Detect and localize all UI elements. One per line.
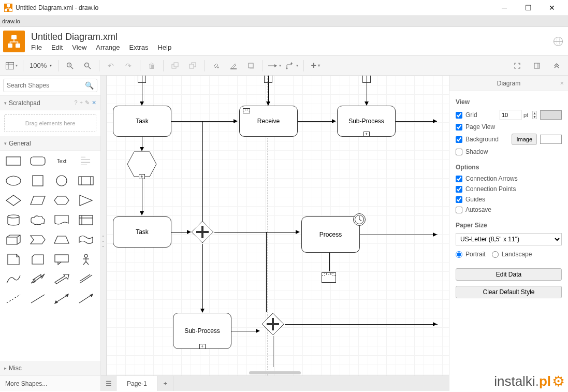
- shape-cylinder[interactable]: [4, 213, 23, 227]
- collapse-button[interactable]: [548, 59, 565, 73]
- view-dropdown[interactable]: [3, 59, 20, 73]
- shape-bidirectional-arrow[interactable]: [28, 272, 47, 286]
- shape-cube[interactable]: [4, 233, 23, 247]
- portrait-radio[interactable]: Portrait: [456, 251, 486, 258]
- edit-data-button[interactable]: Edit Data: [456, 268, 562, 281]
- pageview-checkbox[interactable]: [456, 124, 462, 130]
- scratchpad-close-icon[interactable]: ✕: [92, 99, 96, 106]
- menu-view[interactable]: View: [72, 43, 86, 51]
- delete-button[interactable]: 🗑: [143, 59, 160, 73]
- add-page-button[interactable]: +: [158, 376, 173, 391]
- shape-parallelogram[interactable]: [28, 193, 47, 208]
- shape-dashed-edge[interactable]: [4, 292, 23, 306]
- clear-style-button[interactable]: Clear Default Style: [456, 286, 562, 298]
- message-icon[interactable]: [322, 272, 336, 283]
- parallel-gateway-node[interactable]: [191, 220, 214, 246]
- subprocess-node[interactable]: Sub-Process +: [173, 313, 231, 349]
- shape-document[interactable]: [52, 213, 71, 227]
- menu-arrange[interactable]: Arrange: [96, 43, 120, 51]
- search-shapes-input[interactable]: 🔍: [3, 79, 97, 92]
- subprocess-node[interactable]: Sub-Process +: [337, 106, 396, 137]
- shape-textbox[interactable]: ━━━━━━━━━━━━━━━━━━━: [77, 154, 94, 168]
- shape-square[interactable]: [28, 173, 47, 188]
- autosave-checkbox[interactable]: [456, 207, 462, 213]
- landscape-radio[interactable]: Landscape: [492, 251, 532, 258]
- shape-text[interactable]: Text: [52, 154, 71, 168]
- process-node[interactable]: Process: [301, 216, 360, 253]
- horizontal-scrollbar[interactable]: [249, 371, 301, 374]
- undo-button[interactable]: ↶: [103, 59, 119, 73]
- document-title[interactable]: Untitled Diagram.xml: [31, 32, 171, 42]
- to-back-button[interactable]: [184, 59, 201, 73]
- close-panel-icon[interactable]: ×: [560, 79, 564, 87]
- scratchpad-add-icon[interactable]: +: [80, 99, 83, 106]
- format-panel-button[interactable]: [529, 59, 545, 73]
- grid-checkbox[interactable]: [456, 112, 462, 119]
- language-icon[interactable]: [554, 37, 563, 46]
- scratchpad-help-icon[interactable]: ?: [74, 99, 77, 106]
- guides-checkbox[interactable]: [456, 196, 462, 203]
- splitter-handle[interactable]: [101, 234, 105, 249]
- parallel-gateway-node[interactable]: [261, 312, 285, 336]
- more-shapes-button[interactable]: More Shapes...: [0, 375, 100, 391]
- shape-trapezoid[interactable]: [52, 233, 71, 247]
- shape-diamond[interactable]: [4, 193, 23, 208]
- shape-rectangle[interactable]: [4, 154, 23, 168]
- shape-hexagon[interactable]: [52, 193, 71, 208]
- shape-note[interactable]: [4, 252, 23, 267]
- fullscreen-button[interactable]: [509, 59, 526, 73]
- shape-triangle[interactable]: [77, 193, 95, 208]
- connection-style-button[interactable]: [266, 59, 283, 73]
- insert-button[interactable]: +: [307, 59, 324, 73]
- page-tab[interactable]: Page-1: [116, 376, 158, 391]
- grid-size-input[interactable]: [500, 110, 521, 120]
- shape-arrow[interactable]: [52, 272, 71, 286]
- redo-button[interactable]: ↷: [120, 59, 137, 73]
- receive-node[interactable]: Receive: [239, 106, 298, 137]
- shape-directional-edge[interactable]: [77, 292, 95, 306]
- menu-help[interactable]: Help: [157, 43, 171, 51]
- shape-circle[interactable]: [52, 173, 71, 188]
- grid-color-swatch[interactable]: [540, 110, 562, 120]
- background-color-swatch[interactable]: [540, 135, 562, 144]
- general-header[interactable]: ▾ General: [0, 136, 100, 151]
- canvas[interactable]: Task Receive Sub-Process +: [106, 76, 449, 375]
- zoom-out-button[interactable]: [79, 59, 96, 73]
- scratchpad-dropzone[interactable]: Drag elements here: [4, 114, 96, 132]
- minimize-button[interactable]: ─: [492, 0, 516, 16]
- scratchpad-header[interactable]: ▾ Scratchpad ? + ✎ ✕: [0, 96, 100, 110]
- shape-actor[interactable]: [77, 252, 95, 267]
- menu-edit[interactable]: Edit: [51, 43, 63, 51]
- shape-rounded-rect[interactable]: [28, 154, 47, 168]
- background-image-button[interactable]: Image: [512, 134, 537, 145]
- task-node[interactable]: Task: [113, 216, 171, 248]
- shape-process[interactable]: [77, 173, 95, 188]
- background-checkbox[interactable]: [456, 136, 462, 143]
- close-button[interactable]: ✕: [540, 0, 564, 16]
- shape-step[interactable]: [28, 233, 47, 247]
- pages-menu-button[interactable]: ☰: [101, 376, 116, 391]
- connection-arrows-checkbox[interactable]: [456, 176, 462, 182]
- fill-color-button[interactable]: [208, 59, 224, 73]
- scratchpad-edit-icon[interactable]: ✎: [85, 99, 90, 106]
- misc-header[interactable]: ▸ Misc: [0, 361, 100, 375]
- menu-extras[interactable]: Extras: [129, 43, 149, 51]
- to-front-button[interactable]: [167, 59, 183, 73]
- maximize-button[interactable]: ☐: [516, 0, 540, 16]
- papersize-select[interactable]: US-Letter (8,5" x 11"): [456, 233, 562, 245]
- shape-edge[interactable]: [28, 292, 47, 306]
- connection-points-checkbox[interactable]: [456, 186, 462, 193]
- line-color-button[interactable]: [225, 59, 242, 73]
- search-field[interactable]: [7, 82, 85, 89]
- shape-tape[interactable]: [77, 233, 95, 247]
- shape-internal-storage[interactable]: [77, 213, 95, 227]
- shape-callout[interactable]: [52, 252, 71, 267]
- task-node[interactable]: Task: [113, 106, 171, 137]
- grid-stepper[interactable]: ▲▼: [532, 111, 537, 119]
- shape-ellipse[interactable]: [4, 173, 23, 188]
- menu-file[interactable]: File: [31, 43, 42, 51]
- shape-curve[interactable]: [4, 272, 23, 286]
- shape-bidirectional-edge[interactable]: [52, 292, 71, 306]
- zoom-in-button[interactable]: [62, 59, 78, 73]
- waypoint-style-button[interactable]: [284, 59, 300, 73]
